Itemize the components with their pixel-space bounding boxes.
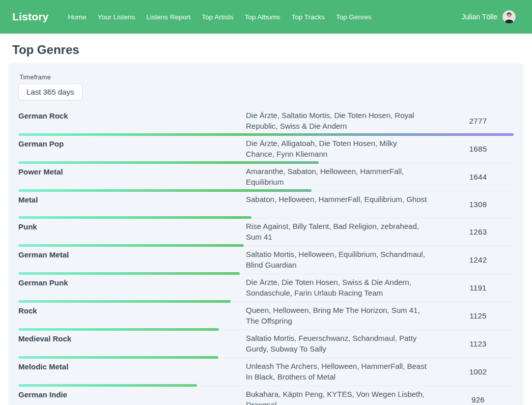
user-photo-icon bbox=[502, 10, 516, 23]
genre-name: Power Metal bbox=[18, 166, 246, 187]
genre-name: Punk bbox=[18, 221, 246, 242]
nav-item-top-tracks[interactable]: Top Tracks bbox=[291, 13, 324, 21]
genre-bar bbox=[18, 216, 251, 219]
main-nav: HomeYour ListensListens ReportTop Artist… bbox=[68, 13, 371, 21]
genre-name: German Pop bbox=[18, 138, 246, 159]
page-title: Top Genres bbox=[12, 43, 524, 57]
genre-bar bbox=[18, 189, 312, 192]
genre-top-artists: Amaranthe, Sabaton, Helloween, HammerFal… bbox=[246, 166, 442, 187]
genre-top-artists: Saltatio Mortis, Feuerschwanz, Schandmau… bbox=[246, 333, 442, 354]
genre-row: German Rock Die Ärzte, Saltatio Mortis, … bbox=[18, 107, 514, 135]
user-avatar[interactable] bbox=[502, 10, 516, 23]
genre-row: German Indie Bukahara, Käptn Peng, KYTES… bbox=[18, 386, 514, 405]
genre-row: German Punk Die Ärzte, Die Toten Hosen, … bbox=[18, 274, 514, 302]
genre-name: German Metal bbox=[18, 249, 246, 270]
genre-bar bbox=[18, 272, 240, 275]
user-name[interactable]: Julian Tölle bbox=[461, 13, 497, 21]
genre-top-artists: Sabaton, Helloween, HammerFall, Equilibr… bbox=[246, 194, 442, 214]
genre-bar bbox=[18, 244, 244, 247]
genre-listen-count: 1685 bbox=[442, 138, 514, 159]
genre-listen-count: 1002 bbox=[442, 361, 514, 382]
genre-bar bbox=[18, 384, 197, 387]
app-logo[interactable]: Listory bbox=[12, 11, 48, 23]
genre-listen-count: 1125 bbox=[442, 305, 514, 326]
nav-item-top-genres[interactable]: Top Genres bbox=[336, 13, 372, 21]
genre-row: Medieval Rock Saltatio Mortis, Feuerschw… bbox=[18, 330, 514, 358]
genre-bar bbox=[18, 161, 319, 164]
genre-listen-count: 1644 bbox=[442, 166, 514, 187]
genre-top-artists: Rise Against, Billy Talent, Bad Religion… bbox=[246, 221, 442, 242]
nav-item-top-artists[interactable]: Top Artists bbox=[202, 13, 233, 21]
genre-bar bbox=[18, 356, 218, 359]
navbar: Listory HomeYour ListensListens ReportTo… bbox=[0, 0, 532, 34]
genre-row: Punk Rise Against, Billy Talent, Bad Rel… bbox=[18, 218, 514, 246]
nav-item-home[interactable]: Home bbox=[68, 13, 86, 21]
genre-listen-count: 1123 bbox=[442, 333, 514, 354]
genre-name: Melodic Metal bbox=[18, 361, 246, 382]
genre-row: Melodic Metal Unleash The Archers, Hello… bbox=[18, 358, 514, 386]
genre-row: German Metal Saltatio Mortis, Helloween,… bbox=[18, 246, 514, 274]
main-content: Top Genres Timeframe Last 365 days Germa… bbox=[0, 43, 532, 405]
genre-top-artists: Unleash The Archers, Helloween, HammerFa… bbox=[246, 361, 442, 382]
nav-item-your-listens[interactable]: Your Listens bbox=[97, 13, 135, 21]
timeframe-field: Timeframe Last 365 days bbox=[18, 73, 514, 100]
genre-bar bbox=[18, 300, 231, 303]
genre-top-artists: Queen, Helloween, Bring Me The Horizon, … bbox=[246, 305, 442, 326]
genre-row: Rock Queen, Helloween, Bring Me The Hori… bbox=[18, 302, 514, 330]
genre-bar bbox=[18, 328, 219, 331]
genre-listen-count: 926 bbox=[442, 389, 514, 405]
genre-listen-count: 2777 bbox=[442, 110, 514, 131]
genre-top-artists: Die Ärzte, Die Toten Hosen, Swiss & Die … bbox=[246, 277, 442, 298]
genre-row: Metal Sabaton, Helloween, HammerFall, Eq… bbox=[18, 191, 514, 218]
genre-listen-count: 1263 bbox=[442, 221, 514, 242]
timeframe-select[interactable]: Last 365 days bbox=[18, 83, 82, 100]
genre-row: Power Metal Amaranthe, Sabaton, Hellowee… bbox=[18, 163, 514, 191]
navbar-user-area: Julian Tölle bbox=[461, 10, 516, 23]
nav-item-listens-report[interactable]: Listens Report bbox=[146, 13, 190, 21]
genre-row: German Pop Die Ärzte, Alligatoah, Die To… bbox=[18, 135, 514, 163]
genre-listen-count: 1191 bbox=[442, 277, 514, 298]
genre-listen-count: 1308 bbox=[442, 194, 514, 214]
genre-bar bbox=[18, 133, 514, 136]
genre-top-artists: Die Ärzte, Alligatoah, Die Toten Hosen, … bbox=[246, 138, 442, 159]
genre-name: Metal bbox=[18, 194, 246, 214]
nav-item-top-albums[interactable]: Top Albums bbox=[245, 13, 281, 21]
genre-name: Rock bbox=[18, 305, 246, 326]
timeframe-label: Timeframe bbox=[19, 73, 514, 81]
genre-top-artists: Saltatio Mortis, Helloween, Equilibrium,… bbox=[246, 249, 442, 270]
top-genres-card: Timeframe Last 365 days German Rock Die … bbox=[8, 63, 524, 405]
genre-name: Medieval Rock bbox=[18, 333, 246, 354]
genre-name: German Rock bbox=[18, 110, 246, 131]
genre-name: German Punk bbox=[18, 277, 246, 298]
genre-top-artists: Bukahara, Käptn Peng, KYTES, Von Wegen L… bbox=[246, 389, 442, 405]
genre-table: German Rock Die Ärzte, Saltatio Mortis, … bbox=[18, 107, 514, 405]
genre-top-artists: Die Ärzte, Saltatio Mortis, Die Toten Ho… bbox=[246, 110, 442, 131]
genre-listen-count: 1242 bbox=[442, 249, 514, 270]
genre-name: German Indie bbox=[18, 389, 246, 405]
